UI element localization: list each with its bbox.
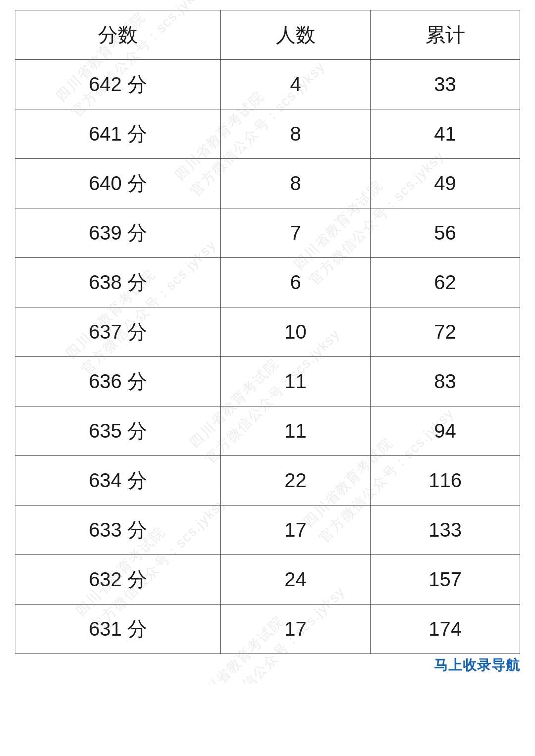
header-cumulative: 累计 xyxy=(371,10,520,60)
cell-count: 8 xyxy=(221,109,371,159)
cell-count: 11 xyxy=(221,406,371,456)
cell-cumulative: 157 xyxy=(371,555,520,605)
cell-score: 641 分 xyxy=(15,109,221,159)
main-container: 四川省教育考试院官方微信公众号：scs.jyksy 四川省教育考试院官方微信公众… xyxy=(0,0,535,684)
cell-score: 634 分 xyxy=(15,456,221,505)
footer-link[interactable]: 马上收录导航 xyxy=(434,656,520,675)
cell-cumulative: 62 xyxy=(371,258,520,307)
cell-cumulative: 116 xyxy=(371,456,520,505)
table-header-row: 分数 人数 累计 xyxy=(15,10,520,60)
table-row: 642 分433 xyxy=(15,60,520,109)
cell-count: 4 xyxy=(221,60,371,109)
cell-count: 24 xyxy=(221,555,371,605)
cell-count: 10 xyxy=(221,307,371,357)
cell-score: 640 分 xyxy=(15,159,221,208)
cell-count: 7 xyxy=(221,208,371,258)
cell-count: 8 xyxy=(221,159,371,208)
table-row: 638 分662 xyxy=(15,258,520,307)
cell-count: 6 xyxy=(221,258,371,307)
cell-score: 637 分 xyxy=(15,307,221,357)
score-table: 分数 人数 累计 642 分433641 分841640 分849639 分75… xyxy=(15,10,520,654)
cell-cumulative: 49 xyxy=(371,159,520,208)
cell-score: 642 分 xyxy=(15,60,221,109)
table-row: 631 分17174 xyxy=(15,605,520,654)
table-row: 641 分841 xyxy=(15,109,520,159)
cell-cumulative: 56 xyxy=(371,208,520,258)
table-row: 634 分22116 xyxy=(15,456,520,505)
table-row: 637 分1072 xyxy=(15,307,520,357)
header-count: 人数 xyxy=(221,10,371,60)
cell-cumulative: 174 xyxy=(371,605,520,654)
cell-score: 638 分 xyxy=(15,258,221,307)
cell-count: 17 xyxy=(221,505,371,555)
cell-score: 636 分 xyxy=(15,357,221,406)
cell-count: 17 xyxy=(221,605,371,654)
cell-score: 635 分 xyxy=(15,406,221,456)
cell-cumulative: 94 xyxy=(371,406,520,456)
table-row: 639 分756 xyxy=(15,208,520,258)
cell-score: 631 分 xyxy=(15,605,221,654)
table-row: 633 分17133 xyxy=(15,505,520,555)
table-row: 632 分24157 xyxy=(15,555,520,605)
cell-cumulative: 72 xyxy=(371,307,520,357)
cell-cumulative: 33 xyxy=(371,60,520,109)
cell-score: 632 分 xyxy=(15,555,221,605)
table-row: 636 分1183 xyxy=(15,357,520,406)
cell-count: 22 xyxy=(221,456,371,505)
table-row: 640 分849 xyxy=(15,159,520,208)
cell-count: 11 xyxy=(221,357,371,406)
cell-score: 639 分 xyxy=(15,208,221,258)
cell-score: 633 分 xyxy=(15,505,221,555)
header-score: 分数 xyxy=(15,10,221,60)
cell-cumulative: 41 xyxy=(371,109,520,159)
cell-cumulative: 83 xyxy=(371,357,520,406)
cell-cumulative: 133 xyxy=(371,505,520,555)
table-row: 635 分1194 xyxy=(15,406,520,456)
